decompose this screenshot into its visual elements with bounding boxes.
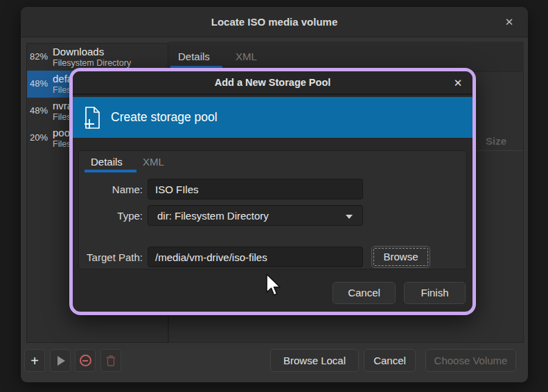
pool-usage-percent: 20% [30,132,51,143]
screen: Locate ISO media volume ✕ 82% Downloads … [0,0,548,392]
pool-usage-percent: 48% [30,105,51,116]
dialog-close-icon[interactable]: ✕ [451,76,465,90]
dialog-cancel-button[interactable]: Cancel [333,282,396,304]
dialog-notebook: Details XML Name: Type: dir: Filesystem … [78,150,467,269]
dialog-tab-details[interactable]: Details [91,156,123,168]
window-title: Locate ISO media volume [21,7,528,37]
dialog-titlebar: Add a New Storage Pool ✕ [73,71,472,95]
browse-local-button[interactable]: Browse Local [270,349,359,372]
tab-xml[interactable]: XML [236,51,257,62]
pool-row-downloads[interactable]: 82% Downloads Filesystem Directory [27,44,168,71]
window-titlebar: Locate ISO media volume ✕ [21,7,528,37]
main-tabstrip: Details XML [168,42,524,71]
plus-icon: + [30,354,39,368]
add-storage-pool-dialog: Add a New Storage Pool ✕ Create storage … [69,68,476,315]
choose-volume-button[interactable]: Choose Volume [425,349,516,372]
start-pool-button[interactable] [50,349,71,372]
banner-title: Create storage pool [111,110,218,125]
pool-usage-percent: 82% [30,51,51,62]
dialog-title: Add a New Storage Pool [73,71,472,94]
name-input[interactable] [148,179,363,199]
delete-pool-button[interactable] [100,349,121,372]
tab-details[interactable]: Details [178,51,210,62]
cancel-button[interactable]: Cancel [364,349,416,372]
pool-usage-percent: 48% [30,78,51,89]
add-pool-button[interactable]: + [24,349,45,372]
dialog-active-tab-indicator [85,170,136,172]
type-label: Type: [79,210,143,222]
type-selected-value: dir: Filesystem Directory [157,210,269,222]
target-path-label: Target Path: [79,251,143,263]
trash-icon [106,355,116,366]
column-header-size[interactable]: Size [486,135,506,147]
target-path-input[interactable] [148,247,363,267]
type-dropdown[interactable]: dir: Filesystem Directory [148,205,363,226]
chevron-down-icon [346,215,353,219]
pool-type: Filesystem Directory [53,58,131,68]
play-icon [58,356,65,366]
pool-name: Downloads [53,46,104,57]
dialog-finish-button[interactable]: Finish [404,282,466,304]
dialog-tab-xml[interactable]: XML [143,156,164,168]
browse-button[interactable]: Browse [371,246,430,268]
window-close-icon[interactable]: ✕ [502,15,517,30]
create-pool-banner: Create storage pool [73,97,472,138]
name-label: Name: [79,184,143,195]
stop-icon [80,355,91,366]
stop-pool-button[interactable] [75,349,96,372]
file-plus-icon [82,105,102,130]
